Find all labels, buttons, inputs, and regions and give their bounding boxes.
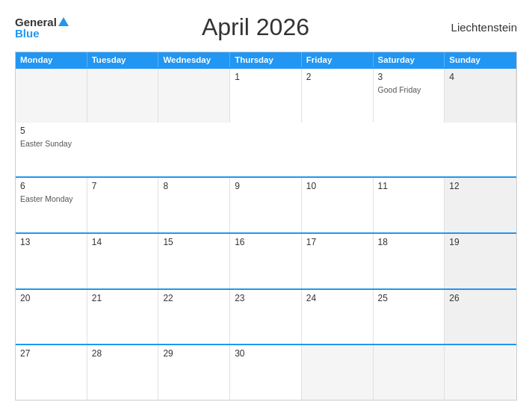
week-row-2: 6Easter Monday789101112 [16, 176, 516, 232]
day-number: 30 [235, 348, 297, 360]
day-number: 18 [378, 237, 440, 249]
calendar-body: 123Good Friday45Easter Sunday6Easter Mon… [16, 67, 516, 400]
day-number: 14 [92, 237, 154, 249]
day-number: 26 [449, 293, 512, 305]
logo-triangle-icon [58, 17, 69, 26]
cal-cell [87, 69, 159, 123]
week-row-1: 123Good Friday45Easter Sunday [16, 67, 516, 176]
day-number: 29 [163, 348, 225, 360]
col-header-tuesday: Tuesday [87, 52, 159, 67]
day-number: 23 [235, 293, 297, 305]
calendar-page: General Blue April 2026 Liechtenstein Mo… [0, 0, 532, 411]
cal-cell: 14 [87, 234, 159, 288]
day-number: 8 [163, 181, 225, 193]
day-number: 3 [378, 72, 440, 84]
cal-cell: 21 [87, 290, 159, 344]
cal-cell: 6Easter Monday [16, 178, 87, 232]
day-number: 9 [235, 181, 297, 193]
day-event: Good Friday [378, 85, 440, 95]
day-number: 10 [306, 181, 368, 193]
week-row-4: 20212223242526 [16, 288, 516, 344]
logo-blue-text: Blue [15, 28, 69, 39]
cal-cell [374, 345, 445, 400]
cal-cell: 16 [230, 234, 302, 288]
day-number: 16 [235, 237, 297, 249]
cal-cell: 15 [158, 234, 230, 288]
calendar-header-row: MondayTuesdayWednesdayThursdayFridaySatu… [16, 52, 516, 67]
day-number: 12 [449, 181, 512, 193]
day-number: 2 [306, 72, 368, 84]
cal-cell [158, 69, 230, 123]
cal-cell: 5Easter Sunday [16, 123, 87, 176]
day-number: 1 [235, 72, 297, 84]
cal-cell: 27 [16, 345, 87, 400]
day-number: 24 [306, 293, 368, 305]
day-number: 28 [92, 348, 154, 360]
day-event: Easter Sunday [20, 139, 83, 149]
cal-cell: 12 [445, 178, 516, 232]
cal-cell: 2 [302, 69, 374, 123]
cal-cell: 24 [302, 290, 374, 344]
day-number: 7 [92, 181, 154, 193]
cal-cell: 9 [230, 178, 302, 232]
cal-cell: 4 [445, 69, 516, 123]
logo-general-text: General [15, 16, 57, 28]
col-header-sunday: Sunday [445, 52, 516, 67]
cal-cell: 3Good Friday [374, 69, 445, 123]
day-number: 27 [20, 348, 82, 360]
day-number: 13 [20, 237, 82, 249]
cal-cell: 25 [374, 290, 445, 344]
day-number: 17 [306, 237, 368, 249]
cal-cell: 10 [302, 178, 374, 232]
day-number: 21 [92, 293, 154, 305]
cal-cell: 19 [445, 234, 516, 288]
cal-cell: 22 [158, 290, 230, 344]
day-number: 4 [449, 72, 511, 84]
month-title: April 2026 [69, 13, 442, 41]
col-header-monday: Monday [16, 52, 87, 67]
cal-cell: 23 [230, 290, 302, 344]
cal-cell: 20 [16, 290, 87, 344]
cal-cell: 26 [445, 290, 516, 344]
day-number: 22 [163, 293, 225, 305]
cal-cell: 1 [230, 69, 302, 123]
cal-cell: 7 [87, 178, 159, 232]
day-number: 5 [20, 126, 83, 137]
cal-cell: 30 [230, 345, 302, 400]
day-number: 11 [378, 181, 440, 193]
cal-cell [16, 69, 87, 123]
header: General Blue April 2026 Liechtenstein [15, 13, 517, 41]
calendar: MondayTuesdayWednesdayThursdayFridaySatu… [15, 52, 517, 401]
country-label: Liechtenstein [442, 21, 517, 34]
day-number: 6 [20, 181, 82, 193]
day-number: 19 [449, 237, 512, 249]
cal-cell: 18 [374, 234, 445, 288]
day-number: 20 [20, 293, 82, 305]
week-row-3: 13141516171819 [16, 232, 516, 288]
cal-cell: 17 [302, 234, 374, 288]
cal-cell: 11 [374, 178, 445, 232]
day-number: 25 [378, 293, 440, 305]
col-header-friday: Friday [302, 52, 374, 67]
cal-cell [302, 345, 374, 400]
col-header-saturday: Saturday [374, 52, 445, 67]
logo: General Blue [15, 16, 69, 39]
cal-cell: 13 [16, 234, 87, 288]
week-row-5: 27282930 [16, 344, 516, 400]
cal-cell: 29 [158, 345, 230, 400]
col-header-thursday: Thursday [230, 52, 302, 67]
day-number: 15 [163, 237, 225, 249]
cal-cell [445, 345, 516, 400]
cal-cell: 28 [87, 345, 159, 400]
cal-cell: 8 [158, 178, 230, 232]
col-header-wednesday: Wednesday [158, 52, 230, 67]
day-event: Easter Monday [20, 194, 82, 204]
